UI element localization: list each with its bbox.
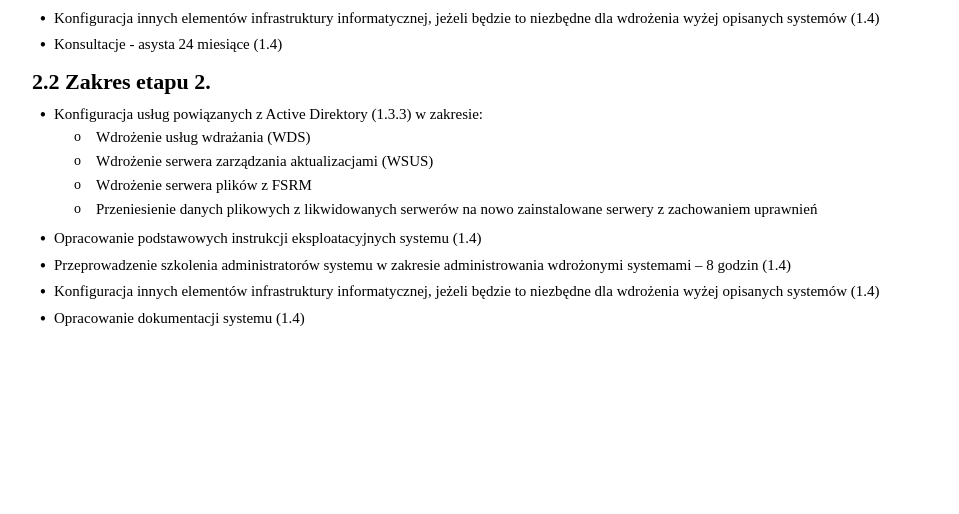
sub-text-4: Przeniesienie danych plikowych z likwido…: [96, 199, 927, 221]
top-bullet-text-1: Konfiguracja innych elementów infrastruk…: [54, 8, 927, 30]
sub-bullet: o: [74, 151, 96, 171]
bullet-dot: •: [32, 308, 54, 331]
sub-bullet: o: [74, 175, 96, 195]
top-bullet-item-1: • Konfiguracja innych elementów infrastr…: [32, 8, 927, 31]
bottom-bullet-text-3: Konfiguracja innych elementów infrastruk…: [54, 281, 927, 303]
sub-bullet: o: [74, 199, 96, 219]
sub-bullet: o: [74, 127, 96, 147]
section-heading: 2.2 Zakres etapu 2.: [32, 66, 927, 98]
sub-text-3: Wdrożenie serwera plików z FSRM: [96, 175, 927, 197]
intro-bullet-text: Konfiguracja usług powiązanych z Active …: [54, 104, 927, 223]
bullet-dot: •: [32, 281, 54, 304]
bottom-bullet-list: • Opracowanie podstawowych instrukcji ek…: [32, 228, 927, 331]
bottom-bullet-item-1: • Opracowanie podstawowych instrukcji ek…: [32, 228, 927, 251]
intro-bullet-list: • Konfiguracja usług powiązanych z Activ…: [32, 104, 927, 223]
bullet-dot: •: [32, 255, 54, 278]
sub-text-2: Wdrożenie serwera zarządzania aktualizac…: [96, 151, 927, 173]
top-bullet-item-2: • Konsultacje - asysta 24 miesiące (1.4): [32, 34, 927, 57]
intro-bullet-item: • Konfiguracja usług powiązanych z Activ…: [32, 104, 927, 223]
bottom-bullet-text-1: Opracowanie podstawowych instrukcji eksp…: [54, 228, 927, 250]
bottom-bullet-item-3: • Konfiguracja innych elementów infrastr…: [32, 281, 927, 304]
bottom-bullet-text-4: Opracowanie dokumentacji systemu (1.4): [54, 308, 927, 330]
bullet-dot: •: [32, 228, 54, 251]
bottom-bullet-item-4: • Opracowanie dokumentacji systemu (1.4): [32, 308, 927, 331]
bullet-dot: •: [32, 8, 54, 31]
bullet-dot: •: [32, 104, 54, 127]
sub-item-2: o Wdrożenie serwera zarządzania aktualiz…: [54, 151, 927, 173]
top-bullet-text-2: Konsultacje - asysta 24 miesiące (1.4): [54, 34, 927, 56]
sub-list: o Wdrożenie usług wdrażania (WDS) o Wdro…: [54, 127, 927, 220]
top-bullet-list: • Konfiguracja innych elementów infrastr…: [32, 8, 927, 58]
sub-item-1: o Wdrożenie usług wdrażania (WDS): [54, 127, 927, 149]
bottom-bullet-item-2: • Przeprowadzenie szkolenia administrato…: [32, 255, 927, 278]
bottom-bullet-text-2: Przeprowadzenie szkolenia administratoró…: [54, 255, 927, 277]
sub-text-1: Wdrożenie usług wdrażania (WDS): [96, 127, 927, 149]
sub-item-4: o Przeniesienie danych plikowych z likwi…: [54, 199, 927, 221]
sub-item-3: o Wdrożenie serwera plików z FSRM: [54, 175, 927, 197]
bullet-dot: •: [32, 34, 54, 57]
